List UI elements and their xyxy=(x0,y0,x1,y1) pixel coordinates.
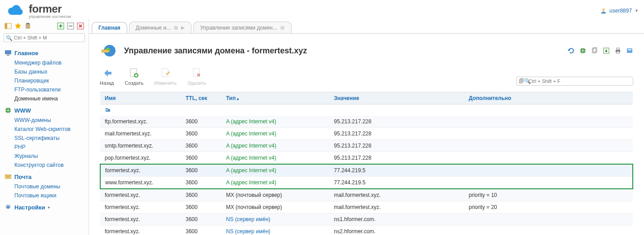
sidebar-item[interactable]: Планировщик xyxy=(4,76,84,85)
svg-rect-9 xyxy=(7,55,9,56)
copy-icon[interactable] xyxy=(591,47,598,54)
close-icon[interactable]: ⊗ xyxy=(173,24,178,31)
user-name: user8897 xyxy=(609,8,632,14)
globe-icon xyxy=(100,42,118,60)
find-icon: 🗐🔍 xyxy=(519,78,531,84)
logo: former управление хостингом xyxy=(5,3,71,19)
sidebar-item[interactable]: Менеджер файлов xyxy=(4,58,84,67)
tab[interactable]: Главная xyxy=(92,22,127,33)
page-title: Управление записями домена - formertest.… xyxy=(124,46,307,56)
print-icon[interactable] xyxy=(614,47,622,54)
chevron-right-icon: ▶ xyxy=(181,25,185,30)
svg-rect-21 xyxy=(617,52,619,53)
table-row[interactable]: formertest.xyz.3600MX (почтовый сервер)m… xyxy=(100,201,633,213)
find-input[interactable] xyxy=(516,77,633,86)
delete-button[interactable]: Удалить xyxy=(187,68,206,86)
sidebar-group-WWW[interactable]: WWW xyxy=(4,107,84,114)
table-row[interactable]: www.formertest.xyz.3600A (адрес Internet… xyxy=(100,177,633,189)
sidebar-search-input[interactable] xyxy=(4,33,85,42)
tab-bar: ГлавнаяДоменные и...⊗▶Управление записям… xyxy=(92,22,644,33)
sidebar-item[interactable]: Журналы xyxy=(4,152,84,161)
arrow-left-icon xyxy=(102,68,112,78)
sidebar-item[interactable]: WWW-домены xyxy=(4,116,84,125)
col-name[interactable]: Имя xyxy=(100,92,181,104)
table-row[interactable]: formertest.xyz.3600MX (почтовый сервер)m… xyxy=(100,189,633,201)
level-up-icon[interactable] xyxy=(105,106,111,113)
svg-rect-8 xyxy=(5,50,11,54)
chevron-down-icon: ▼ xyxy=(635,9,639,13)
sidebar-item[interactable]: PHP xyxy=(4,143,84,152)
remove-icon[interactable] xyxy=(67,22,74,30)
sidebar-item[interactable]: Каталог Web-скриптов xyxy=(4,125,84,134)
table-row[interactable]: pop.formertest.xyz.3600A (адрес Internet… xyxy=(100,152,633,165)
table-row[interactable]: formertest.xyz.3600A (адрес Internet v4)… xyxy=(100,164,633,177)
sidebar-item[interactable]: Почтовые ящики xyxy=(4,191,84,200)
globe-small-icon[interactable] xyxy=(579,47,586,54)
svg-rect-14 xyxy=(102,50,109,52)
sidebar: 🔍 ГлавноеМенеджер файловБазы данныхПлани… xyxy=(0,19,89,235)
user-icon xyxy=(600,8,607,14)
svg-rect-20 xyxy=(617,48,619,50)
add-icon[interactable] xyxy=(57,22,64,30)
table-row[interactable]: mail.formertest.xyz.3600A (адрес Interne… xyxy=(100,128,633,140)
close-icon[interactable]: ⊗ xyxy=(280,24,285,31)
col-value[interactable]: Значение xyxy=(329,92,464,104)
svg-rect-2 xyxy=(5,23,7,29)
table-row[interactable]: ftp.formertest.xyz.3600A (адрес Internet… xyxy=(100,116,633,128)
brand-name: former xyxy=(29,3,71,15)
back-button[interactable]: Назад xyxy=(100,68,114,86)
close-panel-icon[interactable] xyxy=(77,22,84,30)
svg-rect-4 xyxy=(27,23,29,24)
sidebar-item[interactable]: Конструктор сайтов xyxy=(4,161,84,170)
toggle-panel-icon[interactable] xyxy=(4,22,12,30)
settings-icon[interactable] xyxy=(626,47,633,54)
monitor-icon xyxy=(4,49,12,57)
cloud-icon xyxy=(5,4,25,17)
svg-rect-26 xyxy=(162,69,168,77)
sidebar-item[interactable]: Доменные имена xyxy=(4,94,84,103)
create-button[interactable]: Создать xyxy=(125,68,144,86)
sidebar-group-Почта[interactable]: Почта xyxy=(4,173,84,180)
clipboard-icon[interactable] xyxy=(24,22,31,30)
star-icon[interactable] xyxy=(14,22,22,30)
export-icon[interactable] xyxy=(603,47,610,54)
sidebar-group-Настройки[interactable]: Настройки▸ xyxy=(4,204,84,211)
svg-rect-23 xyxy=(628,49,631,50)
brand-subtitle: управление хостингом xyxy=(29,14,71,19)
gear-icon xyxy=(4,204,12,211)
svg-point-0 xyxy=(602,9,604,11)
tab[interactable]: Доменные и...⊗▶ xyxy=(129,22,191,33)
sidebar-group-Главное[interactable]: Главное xyxy=(4,49,84,57)
search-icon: 🔍 xyxy=(6,35,13,41)
col-type[interactable]: Тип xyxy=(222,92,329,104)
edit-button[interactable]: Изменить xyxy=(154,68,177,86)
col-extra[interactable]: Дополнительно xyxy=(464,92,633,104)
sidebar-item[interactable]: Почтовые домены xyxy=(4,182,84,191)
sidebar-item[interactable]: SSL-сертификаты xyxy=(4,134,84,143)
sidebar-item[interactable]: FTP-пользователи xyxy=(4,85,84,94)
user-menu[interactable]: user8897 ▼ xyxy=(600,8,639,14)
mail-icon xyxy=(4,173,12,180)
page-x-icon xyxy=(191,68,202,78)
page-pencil-icon xyxy=(160,68,171,78)
svg-rect-22 xyxy=(627,48,632,53)
page-plus-icon xyxy=(129,68,139,78)
sidebar-item[interactable]: Базы данных xyxy=(4,67,84,76)
globe-icon xyxy=(4,107,12,114)
table-row[interactable]: smtp.formertest.xyz.3600A (адрес Interne… xyxy=(100,140,633,152)
col-ttl[interactable]: TTL, сек xyxy=(181,92,222,104)
dns-records-table: Имя TTL, сек Тип Значение Дополнительно … xyxy=(100,92,633,235)
table-row[interactable]: formertest.xyz.3600NS (сервер имён)ns2.h… xyxy=(100,226,633,235)
table-row[interactable]: formertest.xyz.3600NS (сервер имён)ns1.h… xyxy=(100,213,633,226)
tab[interactable]: Управление записями домен...⊗ xyxy=(193,22,291,33)
refresh-icon[interactable] xyxy=(568,47,575,54)
